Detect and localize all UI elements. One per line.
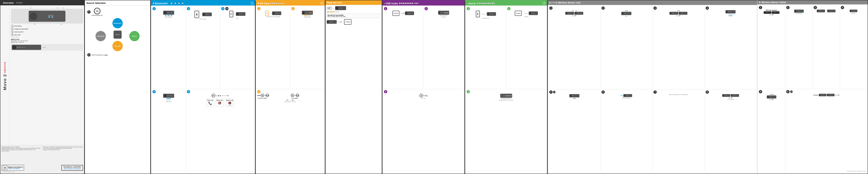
ws-link-section: ⟵⟶ Wireless Stereo: Link 1 OFF→ON CREATI… xyxy=(548,0,757,174)
speaker-brand-label: CREATIVE xyxy=(48,15,54,16)
bt-step4: 4 CREATIVE ► / || Blue solid xyxy=(152,89,186,172)
source-panel: Source Selection 1 ON Press to power ON … xyxy=(85,0,151,174)
wireless-panels-container: ⟵⟶ Wireless Stereo: Link 1 OFF→ON CREATI… xyxy=(548,0,868,174)
tech-specs-snippet: Operating Frequency: 2402 – 2480 MHz Sup… xyxy=(1,146,83,164)
auxin-source-circle: AUX-In xyxy=(129,31,140,41)
ws-unlink-header: ✕ Wireless Stereo: Unlink xyxy=(757,0,868,4)
overview-title-text: Overview xyxy=(2,1,15,5)
sdcard-help-icon[interactable]: ? xyxy=(320,2,323,5)
bt-speaker-step3: MUVO 5 xyxy=(236,12,245,16)
ws-link-step5: 5OR CREATIVE 3 sec xyxy=(549,90,600,173)
aux-step1-pc: 1 PC/MAC →3.5mm CREATIVE PC/MAC xyxy=(506,6,547,89)
ws-unlink-step3: 3 CREATIVE → CREATIVE xyxy=(813,5,840,89)
sd-speaker-led: CREATIVE xyxy=(302,11,313,15)
ws-link-step3: 3 3 sec CREATIVE CREATIVE xyxy=(653,6,704,89)
overview-panel: Overview SP-MV2S CREATIVE Muvo 2 CREATIV… xyxy=(0,0,85,174)
ws-unlink-step1: 1 OFF both speakers CREATIVE CREATIVE xyxy=(758,5,785,89)
product-name-vertical: Muvo 2 xyxy=(3,74,7,90)
aux-speaker-led: CREATIVE xyxy=(500,94,512,98)
charge-bt-label: 2 Charge from Bluetooth® xyxy=(11,28,83,30)
sdcard-panel: ☀ SD Card ? 1 SD → xyxy=(255,0,325,174)
usb-step1: 1 PC/MAC ←USB CREATIVE xyxy=(383,6,423,89)
mode-button-label: 1 Mode Button xyxy=(11,25,83,27)
source-diagram: Bluetooth® USB Audio AUX-In xyxy=(95,18,140,51)
phone-nfc: NFC xyxy=(229,11,233,17)
sd-led-indicator xyxy=(270,3,284,4)
prev-next-icon: |◄◄ xyxy=(217,95,221,97)
sdcard-header: ☀ SD Card ? xyxy=(256,1,325,5)
sd-play-controls: M+=►|| xyxy=(286,99,294,101)
ws-spk-step2: CREATIVE xyxy=(621,12,631,15)
bluetooth-header: ✦ Bluetooth® ? xyxy=(151,1,255,5)
ws-led-row4 xyxy=(729,15,732,16)
hold-button[interactable]: Hold xyxy=(266,94,269,97)
readsd-info-box: MicroSD SD Card (≤32GB) FAT, 32, WAV, MP… xyxy=(327,14,381,18)
sd-step3: 3 Hold M + Hold = previous folder xyxy=(256,89,324,172)
readsd-panel: Read SD Card OFF → CREATIVE LED xyxy=(325,0,382,174)
aux-mobile-diagram: 📱 →3.5mm CREATIVE xyxy=(476,11,496,17)
bluetooth-help-icon[interactable]: ? xyxy=(251,2,253,5)
ws-spk-step5: CREATIVE xyxy=(569,94,580,97)
bluetooth-source-circle: Bluetooth® xyxy=(113,18,123,28)
ws-unlink-step3-content: CREATIVE → CREATIVE xyxy=(817,9,836,13)
m-btn[interactable]: M xyxy=(291,94,294,97)
m-button[interactable]: M xyxy=(261,94,264,97)
bt-step5: 5 M+ = |◄◄ + / − = Vol xyxy=(186,89,254,172)
bt-speaker-step1: CREATIVE xyxy=(163,11,174,15)
main-layout: Overview SP-MV2S CREATIVE Muvo 2 CREATIV… xyxy=(0,0,868,174)
m-plus-button[interactable]: M+ xyxy=(212,94,215,97)
ws-spk-connected: CREATIVE CREATIVE xyxy=(722,94,739,97)
source-step1: 1 ON Press to power ON xyxy=(86,7,149,17)
ws-unlink-step4: 4 CREATIVE Unlinked ✓ xyxy=(840,5,867,89)
speaker-side-view: CREATIVE MUVO 2 ← Side xyxy=(11,44,83,51)
bluetooth-panel: ✦ Bluetooth® ? 1 xyxy=(151,0,255,174)
pc-mac-box: PC/MAC xyxy=(344,19,351,25)
ws-unlink-spk1: CREATIVE CREATIVE xyxy=(764,11,779,14)
readsd-speaker: CREATIVE xyxy=(335,6,346,10)
part-number-footer: P/N: COMF00000000 Rev C xyxy=(1,171,83,173)
usb7-label: USB? xyxy=(414,2,418,4)
usb-speaker-led: CREATIVE xyxy=(438,11,449,15)
ws-spk-pair-1: CREATIVE CREATIVE xyxy=(565,12,583,15)
power-button[interactable]: ON xyxy=(94,8,100,15)
ws-unlink-spk5: CREATIVE xyxy=(767,95,776,99)
usb-audio-source-circle: USB Audio xyxy=(95,31,106,41)
ws-unlink-spk2: CREATIVE xyxy=(794,9,804,13)
hold-btn[interactable]: Hold xyxy=(296,94,299,97)
auxin-help-icon[interactable]: ? xyxy=(542,2,546,5)
brand-name-vertical: CREATIVE xyxy=(4,62,6,73)
sd-step1: 1 SD → CREATIVE MicroSD SD Card (≤32GB) xyxy=(256,6,290,89)
ws-link-step4: 4 CREATIVE LED solid xyxy=(705,6,756,89)
call-controls: Take call 📞 Mute call 🔇 Reject call 📵 + … xyxy=(206,99,234,107)
bt-speaker-step4: CREATIVE xyxy=(163,94,174,98)
bt-led-row4 xyxy=(166,98,170,99)
phone-icon-step2: 📱 xyxy=(194,11,199,18)
bt-step3-or: 3 OR NFC → MUVO 5 3 sec xyxy=(220,6,254,89)
auxin-header: ♪ Aux-In ? xyxy=(465,1,547,5)
ws-ll-rr-1: LL RR xyxy=(572,15,576,17)
readsd-off-row: OFF → CREATIVE xyxy=(327,6,381,10)
register-url: creative.com/register xyxy=(8,168,23,169)
ws-link-header: ⟵⟶ Wireless Stereo: Link xyxy=(548,0,757,5)
readsd-title: Read SD Card xyxy=(326,0,382,5)
creative-watermark: 00000000 CREATIVE xyxy=(847,170,866,172)
usb-m-button[interactable]: M xyxy=(420,94,423,97)
aux-step2: 2 CREATIVE xyxy=(466,89,546,172)
aux-step1-mobile: 1 📱 →3.5mm CREATIVE Mobile Device xyxy=(466,6,506,89)
off-label: OFF xyxy=(327,7,332,9)
sd-control-m-plus-hold: M + Hold xyxy=(291,94,323,97)
bt-speaker-step2: CREATIVE xyxy=(202,13,212,16)
usb-play-controls: M = ►|| xyxy=(420,94,428,97)
ws-ll-rr-2: LL xyxy=(626,16,627,17)
sdcard-source-circle: SD Card xyxy=(113,41,123,51)
ws-ll-rr-3: LL RR xyxy=(676,15,680,17)
tech-support-url: www.creative.com/support xyxy=(63,168,81,170)
speaker-top-view: CREATIVE ① ② ③ ④ ⑤ xyxy=(11,9,83,24)
ws-link-step2: 2 2 min CREATIVE LL xyxy=(601,6,652,89)
center-speaker-icon: CREATIVE xyxy=(114,30,122,39)
bt-step1: 1 CREATIVE xyxy=(152,6,186,89)
hold-nfc-label: 3 Hold mode NFC xyxy=(11,30,83,33)
sd-control-m-hold: Hold M + Hold xyxy=(257,94,290,97)
ws-sec3-label5: 3 sec xyxy=(573,98,576,99)
auxin-panel: ♪ Aux-In ? 1 📱 →3.5mm xyxy=(465,0,548,174)
